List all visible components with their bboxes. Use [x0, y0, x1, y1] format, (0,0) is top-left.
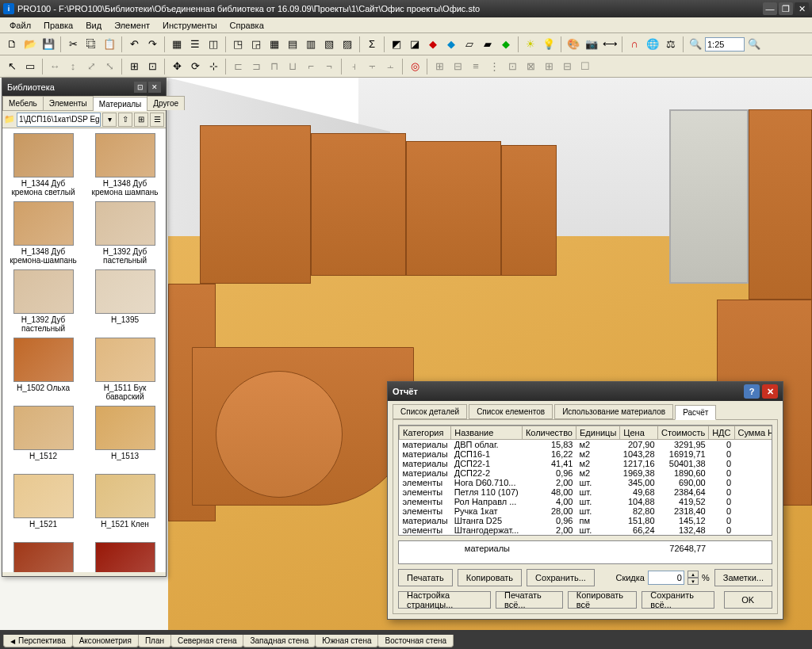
a5-icon[interactable]: ⌐ — [302, 58, 320, 75]
view4-icon[interactable]: ▤ — [284, 36, 301, 53]
column-header[interactable]: Единицы — [576, 426, 619, 440]
g5-icon[interactable]: ⊡ — [504, 58, 521, 75]
library-titlebar[interactable]: Библиотека ⊡ ✕ — [2, 78, 166, 96]
shape3-icon[interactable]: ◆ — [424, 36, 442, 53]
t3-icon[interactable]: ⤢ — [82, 58, 100, 75]
table-row[interactable]: элементыРучка 1кат28,00шт.82,802318,400 — [400, 506, 773, 516]
redo-icon[interactable]: ↷ — [144, 36, 161, 53]
column-header[interactable]: Цена — [620, 426, 658, 440]
shape5-icon[interactable]: ▱ — [461, 36, 478, 53]
layers-icon[interactable]: ☰ — [186, 36, 204, 53]
snap2-icon[interactable]: ⊡ — [144, 58, 161, 75]
table-row[interactable]: элементыШтангодержат...2,00шт.66,24132,4… — [400, 525, 773, 535]
material-swatch[interactable]: Н_1511 Бук баварский — [87, 338, 163, 401]
view1-icon[interactable]: ◳ — [229, 36, 247, 53]
material-swatch[interactable]: Н_1512 — [6, 406, 81, 469]
g8-icon[interactable]: ⊟ — [558, 58, 576, 75]
path-list-icon[interactable]: ☰ — [150, 113, 164, 127]
material-swatch[interactable]: Н_1392 Дуб пастельный — [6, 269, 81, 333]
table-row[interactable]: материалыДСП22-141,41м21217,1650401,380 — [400, 459, 773, 468]
a4-icon[interactable]: ⊔ — [284, 58, 301, 75]
report-table[interactable]: КатегорияНазваниеКоличествоЕдиницыЦенаСт… — [398, 425, 772, 536]
menu-file[interactable]: Файл — [3, 19, 37, 32]
menu-tools[interactable]: Инструменты — [156, 19, 224, 32]
render1-icon[interactable]: 🎨 — [565, 36, 582, 53]
tab-elements[interactable]: Список елементов — [469, 404, 553, 419]
dialog-titlebar[interactable]: Отчёт ? ✕ — [388, 382, 783, 401]
a1-icon[interactable]: ⊏ — [229, 58, 247, 75]
notes-button[interactable]: Заметки... — [714, 569, 772, 586]
zoom-input[interactable]: 1:25 — [705, 37, 745, 52]
shape1-icon[interactable]: ◩ — [388, 36, 405, 53]
column-header[interactable]: Название — [451, 426, 523, 440]
close-button[interactable]: ✕ — [795, 2, 809, 15]
view5-icon[interactable]: ▥ — [302, 36, 320, 53]
copy-icon[interactable]: ⿻ — [82, 36, 100, 53]
restore-button[interactable]: ❐ — [779, 2, 793, 15]
path-view-icon[interactable]: ⊞ — [134, 113, 148, 127]
view-tab-perspective[interactable]: Перспектива — [3, 635, 73, 647]
dialog-help-icon[interactable]: ? — [744, 384, 760, 399]
table-row[interactable]: материалыДВП облаг.15,83м2207,903291,950 — [400, 440, 773, 450]
materials-icon[interactable]: ◫ — [205, 36, 222, 53]
library-pin-icon[interactable]: ⊡ — [134, 82, 147, 93]
cursor-icon[interactable]: ↖ — [3, 58, 21, 75]
column-header[interactable]: Количество — [522, 426, 576, 440]
target-icon[interactable]: ◎ — [406, 58, 423, 75]
g7-icon[interactable]: ⊞ — [540, 58, 557, 75]
t2-icon[interactable]: ↕ — [64, 58, 82, 75]
snap1-icon[interactable]: ⊞ — [125, 58, 143, 75]
align2-icon[interactable]: ⫟ — [363, 58, 381, 75]
print-button[interactable]: Печатать — [398, 569, 453, 586]
table-row[interactable]: материалыДСП22-20,96м21969,381890,600 — [400, 468, 773, 478]
ok-button[interactable]: OK — [724, 591, 772, 609]
discount-spinner[interactable]: ▲▼ — [688, 571, 699, 585]
material-swatch[interactable] — [6, 542, 81, 572]
library-path-input[interactable]: 1\ДСП16\1кат\DSP Eg — [17, 113, 101, 127]
shape2-icon[interactable]: ◪ — [406, 36, 423, 53]
color-icon[interactable]: 🌐 — [644, 36, 661, 53]
print-all-button[interactable]: Печатать всё... — [496, 591, 563, 609]
new-icon[interactable]: 🗋 — [3, 36, 21, 53]
dim-icon[interactable]: ⟷ — [601, 36, 619, 53]
view-tab-south[interactable]: Южная стена — [315, 635, 378, 647]
lib-tab-materials[interactable]: Материалы — [93, 97, 148, 111]
save-button[interactable]: Сохранить... — [527, 569, 595, 586]
g2-icon[interactable]: ⊟ — [449, 58, 466, 75]
save-icon[interactable]: 💾 — [40, 36, 57, 53]
view2-icon[interactable]: ◲ — [247, 36, 265, 53]
g3-icon[interactable]: ≡ — [467, 58, 485, 75]
menu-view[interactable]: Вид — [79, 19, 108, 32]
column-header[interactable]: Сумма Н... — [734, 426, 772, 440]
shape4-icon[interactable]: ◆ — [442, 36, 460, 53]
library-close-icon[interactable]: ✕ — [148, 82, 161, 93]
table-row[interactable]: материалыДСП16-116,22м21043,2816919,710 — [400, 449, 773, 459]
material-swatch[interactable]: Н_1520 Груша — [87, 542, 163, 572]
view6-icon[interactable]: ▧ — [320, 36, 338, 53]
bulb-icon[interactable]: 💡 — [540, 36, 557, 53]
lib-tab-elements[interactable]: Элементы — [43, 96, 94, 110]
shape6-icon[interactable]: ▰ — [479, 36, 496, 53]
align3-icon[interactable]: ⫠ — [381, 58, 399, 75]
view3-icon[interactable]: ▦ — [266, 36, 283, 53]
menu-edit[interactable]: Правка — [37, 19, 79, 32]
table-row[interactable]: материалыШтанга D250,96пм151,80145,120 — [400, 516, 773, 525]
material-swatch[interactable]: Н_1513 — [87, 406, 163, 469]
tab-calculation[interactable]: Расчёт — [675, 405, 716, 420]
dialog-close-icon[interactable]: ✕ — [762, 384, 778, 399]
select-icon[interactable]: ▭ — [21, 58, 39, 75]
point-icon[interactable]: ⊹ — [205, 58, 222, 75]
grid-icon[interactable]: ▦ — [168, 36, 186, 53]
shape7-icon[interactable]: ◆ — [497, 36, 515, 53]
view-tab-north[interactable]: Северная стена — [170, 635, 244, 647]
paste-icon[interactable]: 📋 — [101, 36, 118, 53]
menu-element[interactable]: Элемент — [108, 19, 156, 32]
menu-help[interactable]: Справка — [224, 19, 270, 32]
a3-icon[interactable]: ⊓ — [266, 58, 283, 75]
copy-button[interactable]: Копировать — [458, 569, 522, 586]
sigma-icon[interactable]: Σ — [363, 36, 381, 53]
table-row[interactable]: элементыПетля 110 (107)48,00шт.49,682384… — [400, 487, 773, 497]
open-icon[interactable]: 📂 — [21, 36, 39, 53]
discount-input[interactable] — [648, 571, 684, 585]
undo-icon[interactable]: ↶ — [125, 36, 143, 53]
